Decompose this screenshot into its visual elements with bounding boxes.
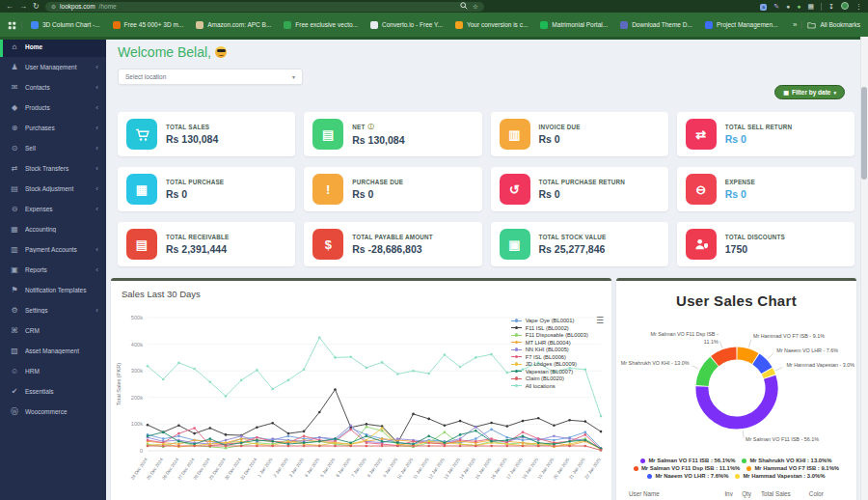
legend-item-all-locations[interactable]: All locations <box>511 383 588 389</box>
legend-dot-icon <box>735 474 740 479</box>
data-point <box>177 362 180 365</box>
bookmark-label: Amazon.com: APC B... <box>207 21 271 28</box>
legend-item-f7-isl-bl0006[interactable]: F7 ISL (BL0006) <box>511 354 588 360</box>
reload-icon[interactable]: ↻ <box>33 0 40 13</box>
sidebar-item-sell[interactable]: ⊙Sell‹ <box>0 138 106 158</box>
location-select[interactable]: Select location ▾ <box>118 69 303 85</box>
sidebar-item-crm[interactable]: ⌘CRM <box>0 320 106 341</box>
callout-line <box>768 353 773 359</box>
bookmark-your-conversion-is-c[interactable]: Your conversion is c... <box>451 19 531 31</box>
donut-slice-mr-salman-vo-f11-dsp-isb[interactable] <box>715 353 736 361</box>
browser-window: ← → ↻ ⚙ lookpos.com/home ☆ a✎●●▦↧⋮ 3D Co… <box>0 0 868 500</box>
purchases-icon: ⊕ <box>10 124 19 132</box>
legend-item-f11-disposable-bl0003[interactable]: F11 Disposable (BL0003) <box>511 332 588 338</box>
data-point <box>177 435 180 438</box>
bookmarks-overflow-chevron[interactable]: » <box>793 20 797 29</box>
data-point <box>271 437 274 440</box>
star-icon[interactable]: ☆ <box>473 3 478 11</box>
sidebar-item-products[interactable]: ◆Products‹ <box>0 97 106 118</box>
bookmark-converto-io-free-y[interactable]: Converto.io - Free Y... <box>366 19 447 31</box>
download-icon[interactable]: ↧ <box>828 3 834 11</box>
bookmark-label: Project Managemen... <box>717 21 778 28</box>
callout-line <box>775 368 782 371</box>
sidebar-item-payment-accounts[interactable]: ▥Payment Accounts‹ <box>0 239 106 260</box>
data-point <box>427 435 430 438</box>
legend-dot-icon <box>647 474 652 479</box>
data-point <box>193 427 196 430</box>
sidebar-item-purchases[interactable]: ⊕Purchases‹ <box>0 118 106 138</box>
top-accent-strip <box>0 37 868 40</box>
chart-menu-icon[interactable]: ☰ <box>596 316 604 325</box>
bookmark-project-managemen[interactable]: Project Managemen... <box>701 19 782 31</box>
donut-slice-mr-naeem-vo-lhr[interactable] <box>756 359 767 371</box>
donut-slice-mr-hammad-vapestan[interactable] <box>768 372 770 376</box>
url-bar[interactable]: ⚙ lookpos.com/home ☆ <box>45 2 484 12</box>
bookmark-download-theme-d[interactable]: Download Theme D... <box>616 19 696 31</box>
adblock-icon[interactable]: ● <box>797 3 800 10</box>
legend-item-mt-lhr-bl0004[interactable]: MT LHR (BL0004) <box>511 340 588 346</box>
donut-slice-mr-shahrukh-vo-khi[interactable] <box>702 362 714 386</box>
kpi-cards-grid: TOTAL SALESRs 130,084▤NETⓘRs 130,084▥INV… <box>118 112 854 266</box>
data-point <box>506 445 509 448</box>
filter-by-date-button[interactable]: ▦ Filter by date ▾ <box>774 85 845 99</box>
menu-icon[interactable]: ⋮ <box>855 3 862 11</box>
sidebar-item-label: Reports <box>25 266 90 273</box>
sidebar-item-user-management[interactable]: ♟User Management‹ <box>0 57 106 77</box>
notifications-icon: ⚑ <box>10 286 19 294</box>
legend-text: Mr Hammad Vapestan : 3.0%% <box>743 473 825 479</box>
vertical-scrollbar[interactable] <box>860 37 868 500</box>
bookmark-free-exclusive-vecto[interactable]: Free exclusive vecto... <box>280 19 362 31</box>
legend-item-jd-lodges-bl0009[interactable]: JD Lodges (BL0009) <box>511 361 588 367</box>
profile-icon[interactable] <box>841 2 849 11</box>
donut-slice-mr-salman-vo-f11-isb[interactable] <box>702 377 772 423</box>
sidebar-item-reports[interactable]: ▣Reports‹ <box>0 260 106 280</box>
legend-item-claim-bl0020[interactable]: Claim (BL0020) <box>511 375 588 381</box>
kpi-value: Rs 0 <box>539 188 626 200</box>
data-point <box>396 373 399 375</box>
bookmark-label: Matrimonial Portal... <box>552 21 608 28</box>
sidebar-item-hrm[interactable]: ☺HRM <box>0 361 106 381</box>
bookmark-matrimonial-portal[interactable]: Matrimonial Portal... <box>536 19 611 31</box>
site-settings-icon[interactable]: ⚙ <box>51 3 56 10</box>
media-icon[interactable]: ● <box>786 3 790 10</box>
scrollbar-thumb[interactable] <box>861 87 867 180</box>
bookmark-3d-column-chart[interactable]: 3D Column Chart -... <box>27 19 104 31</box>
sidebar-item-woocommerce[interactable]: ⓌWoocommerce <box>0 402 106 422</box>
sidebar-item-asset-management[interactable]: ▨Asset Management <box>0 341 106 361</box>
sidebar-item-stock-transfers[interactable]: ⇄Stock Transfers‹ <box>0 158 106 179</box>
bookmark-favicon <box>540 21 548 29</box>
donut-slice-mr-hammad-vo-f7-isb[interactable] <box>738 353 756 359</box>
search-icon[interactable] <box>460 2 468 11</box>
bookmark-amazon-com-apc-b[interactable]: Amazon.com: APC B... <box>192 19 275 31</box>
legend-item-vape-oye-bl0001[interactable]: Vape Oye (BL0001) <box>511 318 588 323</box>
folder-icon <box>807 21 816 29</box>
legend-text: Mr Salman VO F11 Dsp ISB : 11.1%% <box>641 465 740 471</box>
forward-icon[interactable]: → <box>19 0 27 13</box>
kpi-value: Rs 2,391,444 <box>166 243 229 255</box>
sidebar-item-expenses[interactable]: ⊖Expenses‹ <box>0 199 106 219</box>
sidebar-item-accounting[interactable]: ▦Accounting <box>0 219 106 239</box>
sidebar-item-notification-templates[interactable]: ⚑Notification Templates <box>0 280 106 300</box>
back-icon[interactable]: ← <box>6 0 14 13</box>
extensions-icon[interactable]: ▦ <box>808 3 815 11</box>
legend-item-vapestan-bl0007[interactable]: Vapestan (BL0007) <box>511 369 588 375</box>
pen-icon[interactable]: ✎ <box>773 3 779 11</box>
sidebar-item-contacts[interactable]: ✉Contacts‹ <box>0 77 106 97</box>
translate-icon[interactable]: a <box>760 3 767 11</box>
sidebar-item-essentials[interactable]: ✔Essentials <box>0 381 106 402</box>
sidebar-item-stock-adjustment[interactable]: ▤Stock Adjustment‹ <box>0 179 106 199</box>
all-bookmarks-button[interactable]: All Bookmarks <box>807 21 860 29</box>
apps-grid-icon[interactable] <box>8 16 16 34</box>
bookmark-label: Download Theme D... <box>632 21 692 28</box>
legend-item-nn-khi-bl0005[interactable]: NN KHI (BL0005) <box>511 347 588 352</box>
data-point <box>225 439 228 442</box>
data-point <box>444 425 447 428</box>
exchange-icon: ⇄ <box>686 119 717 150</box>
bookmark-free-45-000-3d-m[interactable]: Free 45 000+ 3D m... <box>109 19 188 31</box>
data-point <box>147 365 149 368</box>
sidebar-item-home[interactable]: ⌂Home <box>0 37 106 57</box>
data-point <box>271 445 274 448</box>
sidebar-item-settings[interactable]: ⚙Settings‹ <box>0 300 106 320</box>
legend-item-f11-isl-bl0002[interactable]: F11 ISL (BL0002) <box>511 325 588 331</box>
data-point <box>522 439 525 442</box>
